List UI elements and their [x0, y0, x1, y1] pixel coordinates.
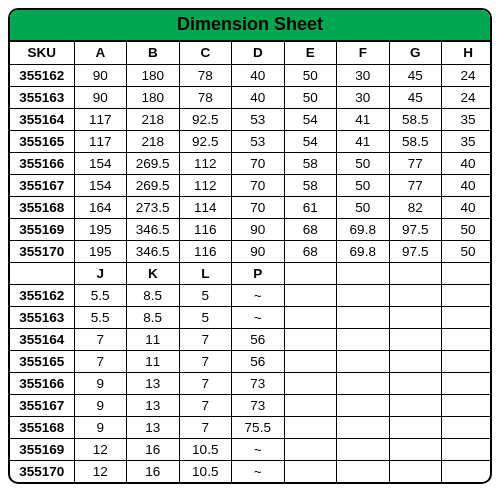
value-cell: 273.5 [127, 196, 180, 218]
value-cell [337, 372, 390, 394]
value-cell: ~ [232, 438, 285, 460]
value-cell [442, 372, 493, 394]
table-row: 355168913775.5 [10, 416, 492, 438]
value-cell: 40 [442, 152, 493, 174]
value-cell [442, 416, 493, 438]
value-cell: 16 [127, 460, 180, 482]
value-cell: 90 [74, 64, 127, 86]
sku-cell: 355166 [10, 152, 74, 174]
column-header: A [74, 42, 127, 64]
value-cell: 5 [179, 284, 232, 306]
table-row: 3551635.58.55~ [10, 306, 492, 328]
table-row: 35516411721892.553544158.535 [10, 108, 492, 130]
value-cell: 7 [74, 350, 127, 372]
column-header: K [127, 262, 180, 284]
value-cell [389, 438, 442, 460]
sku-cell: 355167 [10, 394, 74, 416]
column-header: H [442, 42, 493, 64]
value-cell: 56 [232, 328, 285, 350]
value-cell: 5.5 [74, 284, 127, 306]
table-row: 35516511721892.553544158.535 [10, 130, 492, 152]
value-cell [337, 416, 390, 438]
value-cell: 70 [232, 152, 285, 174]
column-header: P [232, 262, 285, 284]
sku-cell: 355167 [10, 174, 74, 196]
column-header: E [284, 42, 337, 64]
value-cell [442, 284, 493, 306]
value-cell: 218 [127, 108, 180, 130]
value-cell: 41 [337, 108, 390, 130]
value-cell: 45 [389, 64, 442, 86]
value-cell: 75.5 [232, 416, 285, 438]
value-cell [389, 284, 442, 306]
column-header [389, 262, 442, 284]
value-cell: 97.5 [389, 218, 442, 240]
value-cell: 92.5 [179, 108, 232, 130]
column-header: B [127, 42, 180, 64]
column-header [284, 262, 337, 284]
sku-cell: 355163 [10, 306, 74, 328]
value-cell: 5.5 [74, 306, 127, 328]
value-cell [442, 394, 493, 416]
value-cell: 90 [74, 86, 127, 108]
value-cell: 116 [179, 240, 232, 262]
value-cell [284, 460, 337, 482]
dimension-table: SKUABCDEFGH35516290180784050304524355163… [10, 42, 492, 482]
table-row: 35516290180784050304524 [10, 64, 492, 86]
sku-cell: 355169 [10, 438, 74, 460]
value-cell [389, 350, 442, 372]
sku-cell: 355165 [10, 350, 74, 372]
sku-cell: 355168 [10, 196, 74, 218]
value-cell: 7 [179, 372, 232, 394]
value-cell: 50 [442, 240, 493, 262]
sku-header [10, 262, 74, 284]
value-cell [389, 394, 442, 416]
value-cell: 56 [232, 350, 285, 372]
value-cell: 13 [127, 372, 180, 394]
value-cell [337, 350, 390, 372]
value-cell: 40 [232, 64, 285, 86]
table-row: 355165711756 [10, 350, 492, 372]
value-cell: 112 [179, 174, 232, 196]
value-cell: 16 [127, 438, 180, 460]
value-cell: 10.5 [179, 438, 232, 460]
dimension-sheet: Dimension Sheet SKUABCDEFGH3551629018078… [8, 8, 492, 484]
value-cell: 45 [389, 86, 442, 108]
value-cell: 154 [74, 174, 127, 196]
value-cell [389, 372, 442, 394]
table-row: 355167154269.51127058507740 [10, 174, 492, 196]
value-cell: 116 [179, 218, 232, 240]
value-cell [284, 416, 337, 438]
value-cell: 40 [232, 86, 285, 108]
value-cell: 68 [284, 218, 337, 240]
table-header-row: JKLP [10, 262, 492, 284]
value-cell [284, 394, 337, 416]
table-row: 35516390180784050304524 [10, 86, 492, 108]
value-cell: ~ [232, 284, 285, 306]
value-cell [284, 350, 337, 372]
table-row: 355167913773 [10, 394, 492, 416]
sku-cell: 355166 [10, 372, 74, 394]
table-header-row: SKUABCDEFGH [10, 42, 492, 64]
value-cell: 11 [127, 328, 180, 350]
value-cell [442, 350, 493, 372]
value-cell: 5 [179, 306, 232, 328]
sku-cell: 355169 [10, 218, 74, 240]
value-cell: 53 [232, 130, 285, 152]
value-cell: 13 [127, 416, 180, 438]
value-cell: 54 [284, 108, 337, 130]
sheet-title: Dimension Sheet [10, 10, 490, 42]
value-cell: 117 [74, 108, 127, 130]
value-cell: 53 [232, 108, 285, 130]
value-cell [389, 460, 442, 482]
table-row: 355170195346.5116906869.897.550 [10, 240, 492, 262]
column-header: F [337, 42, 390, 64]
value-cell: 117 [74, 130, 127, 152]
value-cell: 9 [74, 372, 127, 394]
sku-header: SKU [10, 42, 74, 64]
value-cell [389, 416, 442, 438]
sku-cell: 355164 [10, 108, 74, 130]
value-cell: 7 [74, 328, 127, 350]
value-cell: 50 [442, 218, 493, 240]
value-cell: 50 [284, 86, 337, 108]
